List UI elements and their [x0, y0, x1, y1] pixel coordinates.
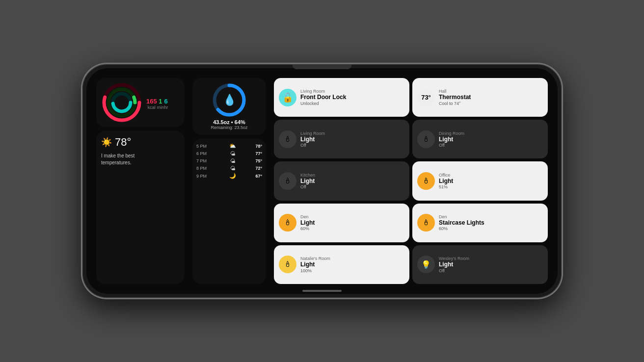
forecast-row-2: 6 PM 🌤 77° [196, 151, 262, 156]
dining-room-light-text: Dining Room Light Off [439, 131, 464, 148]
dining-room-light-icon: 🕯 [417, 130, 435, 148]
water-drop-icon: 💧 [223, 94, 236, 106]
front-door-icon: 🔓 [279, 89, 296, 106]
kitchen-light-icon: 🕯 [279, 172, 296, 190]
thermostat-text: Hall Thermostat Cool to 74° [439, 89, 471, 105]
den-staircase-card[interactable]: 🕯 Den Staircase Lights 60% [412, 204, 548, 242]
front-door-text: Living Room Front Door Lock Unlocked [300, 89, 346, 105]
living-room-light-text: Living Room Light Off [300, 131, 325, 148]
water-stats: 43.5oz • 64% Remaining: 23.5oz [211, 119, 247, 130]
living-room-light-icon: 🕯 [279, 130, 296, 148]
forecast-row-3: 7 PM 🌤 75° [196, 158, 262, 164]
living-room-light-card[interactable]: 🕯 Living Room Light Off [274, 120, 409, 158]
forecast-row-1: 5 PM ⛅ 78° [196, 143, 262, 149]
weather-sun-icon: ☀️ [101, 137, 112, 148]
office-light-icon: 🕯 [417, 172, 435, 190]
natalie-light-card[interactable]: 🕯 Natalie's Room Light 100% [274, 245, 409, 284]
calories-stat: 165 kcal [146, 98, 157, 110]
weather-forecast-list: 5 PM ⛅ 78° 6 PM 🌤 77° 7 PM 🌤 75° [196, 143, 262, 179]
thermostat-card[interactable]: 73° Hall Thermostat Cool to 74° [412, 78, 548, 117]
dining-room-light-card[interactable]: 🕯 Dining Room Light Off [412, 120, 548, 158]
stand-stat: 6 hr [164, 98, 168, 110]
smart-home-panel: 🔓 Living Room Front Door Lock Unlocked 7… [274, 78, 548, 284]
thermostat-icon: 73° [417, 89, 435, 106]
den-staircase-icon: 🕯 [417, 214, 435, 232]
forecast-row-4: 8 PM 🌤 72° [196, 165, 262, 171]
water-amount: 43.5oz • 64% [211, 119, 247, 125]
wesley-light-card[interactable]: 💡 Wesley's Room Light Off [412, 245, 548, 284]
weather-temperature: 78° [115, 136, 131, 149]
den-light-card[interactable]: 🕯 Den Light 60% [274, 204, 409, 242]
kitchen-light-text: Kitchen Light Off [300, 173, 315, 189]
water-ring: 💧 [212, 83, 246, 117]
activity-stats: 165 kcal 1 min 6 hr [146, 96, 168, 110]
den-staircase-text: Den Staircase Lights 60% [439, 214, 484, 231]
weather-quote: I make the besttemperatures. [101, 153, 180, 166]
forecast-row-5: 9 PM 🌙 67° [196, 173, 262, 179]
left-column: 165 kcal 1 min 6 hr ☀️ 78 [96, 78, 185, 284]
den-light-text: Den Light 60% [300, 214, 315, 231]
natalie-light-icon: 🕯 [279, 256, 296, 273]
middle-column: 💧 43.5oz • 64% Remaining: 23.5oz 5 PM [192, 78, 266, 284]
office-light-text: Office Light 51% [439, 173, 453, 189]
weather-current: ☀️ 78° [101, 136, 180, 149]
water-widget: 💧 43.5oz • 64% Remaining: 23.5oz [192, 78, 266, 135]
front-door-card[interactable]: 🔓 Living Room Front Door Lock Unlocked [274, 78, 409, 117]
exercise-stat: 1 min [157, 98, 164, 110]
wesley-light-icon: 💡 [417, 256, 435, 273]
water-remaining: Remaining: 23.5oz [211, 125, 247, 130]
weather-widget: ☀️ 78° I make the besttemperatures. [96, 131, 185, 284]
wesley-light-text: Wesley's Room Light Off [439, 256, 469, 273]
den-light-icon: 🕯 [279, 214, 296, 232]
phone-frame: 165 kcal 1 min 6 hr ☀️ 78 [81, 63, 563, 299]
activity-widget: 165 kcal 1 min 6 hr [96, 78, 185, 127]
kitchen-light-card[interactable]: 🕯 Kitchen Light Off [274, 161, 409, 200]
forecast-widget: 5 PM ⛅ 78° 6 PM 🌤 77° 7 PM 🌤 75° [192, 139, 266, 284]
activity-rings [102, 83, 141, 122]
phone-screen: 165 kcal 1 min 6 hr ☀️ 78 [86, 68, 558, 294]
natalie-light-text: Natalie's Room Light 100% [300, 256, 330, 273]
office-light-card[interactable]: 🕯 Office Light 51% [412, 161, 548, 200]
